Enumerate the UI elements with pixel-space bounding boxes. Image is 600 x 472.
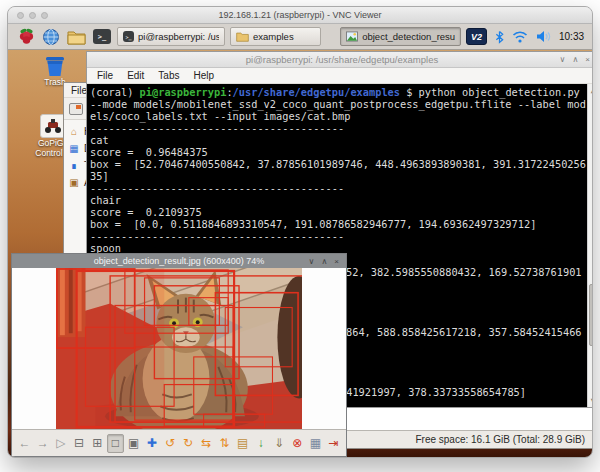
wifi-icon[interactable] xyxy=(512,30,528,43)
close-window-icon[interactable] xyxy=(17,12,24,19)
rotate-ccw-icon[interactable]: ↺ xyxy=(161,434,178,453)
terminal-line: 35] xyxy=(90,170,593,182)
maximize-window-icon[interactable]: ∧ xyxy=(321,257,327,266)
prompt-user: pi@raspberrypi xyxy=(140,86,227,98)
traffic-light-buttons xyxy=(17,12,48,19)
image-viewer-title: object_detection_result.jpg (600x400) 74… xyxy=(94,256,265,266)
close-window-icon[interactable]: × xyxy=(334,257,339,266)
preferences-icon[interactable]: ▦ xyxy=(307,434,324,453)
terminal-icon: >_ xyxy=(123,31,134,42)
image-viewer-toolbar: ←→▷⊟⊞□▣✚↺↻⇆⇅▤↓⇓⊗▦⇥ xyxy=(12,429,346,456)
shade-window-icon[interactable]: ∨ xyxy=(309,257,315,266)
terminal-line: ----------------------------------------… xyxy=(90,182,593,194)
menu-file[interactable]: File xyxy=(71,85,87,96)
terminal-prompt-line: (coral) pi@raspberrypi:/usr/share/edgetp… xyxy=(90,86,593,98)
prompt-path: /usr/share/edgetpu/examples xyxy=(233,86,400,98)
vnc-viewer-window: 192.168.1.21 (raspberrypi) - VNC Viewer xyxy=(7,6,593,458)
quit-icon[interactable]: ⇥ xyxy=(325,434,342,453)
next-image-icon[interactable]: → xyxy=(34,434,51,453)
terminal-line: box = [0.0, 0.5118846893310547, 191.0878… xyxy=(90,218,593,230)
vnc-server-icon[interactable]: V2 xyxy=(466,28,487,45)
zoom-window-icon[interactable] xyxy=(41,12,48,19)
browser-globe-icon[interactable] xyxy=(41,27,61,47)
terminal-line: score = 0.2109375 xyxy=(90,206,593,218)
zoom-out-icon[interactable]: ⊟ xyxy=(71,434,88,453)
shade-window-icon[interactable]: ∨ xyxy=(560,55,566,64)
taskbar-button-label: object_detection_resu... xyxy=(362,31,455,42)
minimize-window-icon[interactable] xyxy=(29,12,36,19)
raspberry-menu-icon[interactable] xyxy=(16,27,36,47)
image-file-icon xyxy=(346,31,358,42)
fullscreen-icon[interactable]: ✚ xyxy=(143,434,160,453)
open-file-icon[interactable]: ▤ xyxy=(234,434,251,453)
volume-icon[interactable] xyxy=(536,30,551,43)
terminal-line: box = [52.70467400550842, 37.87856101989… xyxy=(90,158,593,170)
terminal-scrollbar[interactable]: ▲ ▼ xyxy=(587,84,593,407)
taskbar: >_ >_ pi@raspberrypi: /usr/... examples … xyxy=(8,24,592,50)
prompt-command: python object_detection.py xyxy=(419,86,580,98)
new-tab-icon[interactable] xyxy=(69,103,83,115)
terminal-launcher-icon[interactable]: >_ xyxy=(92,27,112,47)
original-size-icon[interactable]: ▣ xyxy=(125,434,142,453)
terminal-line: chair xyxy=(90,194,593,206)
scroll-down-icon[interactable]: ▼ xyxy=(588,394,593,406)
play-slideshow-icon[interactable]: ▷ xyxy=(52,434,69,453)
taskbar-button-label: examples xyxy=(253,31,294,42)
flip-vertical-icon[interactable]: ⇅ xyxy=(216,434,233,453)
terminal-line: els/coco_labels.txt --input images/cat.b… xyxy=(90,110,593,122)
fit-to-window-icon[interactable]: □ xyxy=(107,434,124,453)
menu-edit[interactable]: Edit xyxy=(120,70,151,81)
vnc-window-title: 192.168.1.21 (raspberrypi) - VNC Viewer xyxy=(219,10,382,20)
terminal-line: ----------------------------------------… xyxy=(90,230,593,242)
desktop: Trash GoPiGo Control P File xyxy=(8,50,592,458)
system-tray: V2 10:33 xyxy=(466,28,584,45)
terminal-line-fragment: 52, 382.5985550880432, 169.52738761901 xyxy=(346,266,582,278)
terminal-titlebar[interactable]: pi@raspberrypi: /usr/share/edgetpu/examp… xyxy=(87,52,593,68)
image-viewer-canvas xyxy=(12,268,346,429)
close-window-icon[interactable]: × xyxy=(585,55,590,64)
save-file-icon[interactable]: ↓ xyxy=(252,434,269,453)
bluetooth-icon[interactable] xyxy=(495,30,504,44)
detection-result-image xyxy=(56,268,302,429)
terminal-line: score = 0.96484375 xyxy=(90,146,593,158)
free-space-text: Free space: 16.1 GiB (Total: 28.9 GiB) xyxy=(415,434,585,445)
clock[interactable]: 10:33 xyxy=(559,31,584,42)
terminal-line: cat xyxy=(90,134,593,146)
terminal-line-fragment: 864, 588.858425617218, 357.58452415466 xyxy=(346,326,582,338)
terminal-line-fragment: 641921997, 378.33733558654785] xyxy=(340,386,526,398)
flip-horizontal-icon[interactable]: ⇆ xyxy=(198,434,215,453)
delete-file-icon[interactable]: ⊗ xyxy=(289,434,306,453)
save-as-icon[interactable]: ⇓ xyxy=(270,434,287,453)
image-viewer-window: object_detection_result.jpg (600x400) 74… xyxy=(11,253,347,457)
folder-icon xyxy=(236,31,249,42)
taskbar-button-terminal[interactable]: >_ pi@raspberrypi: /usr/... xyxy=(117,27,225,46)
terminal-window-title: pi@raspberrypi: /usr/share/edgetpu/examp… xyxy=(246,54,438,65)
terminal-line: ----------------------------------------… xyxy=(90,122,593,134)
menu-tabs[interactable]: Tabs xyxy=(151,70,186,81)
scrollbar-thumb[interactable] xyxy=(589,284,593,346)
terminal-menubar: FileEditTabsHelp xyxy=(87,68,593,84)
taskbar-button-label: pi@raspberrypi: /usr/... xyxy=(138,31,219,42)
taskbar-button-object-detection-result[interactable]: object_detection_resu... xyxy=(340,27,461,46)
file-manager-icon[interactable] xyxy=(67,27,87,47)
vnc-titlebar: 192.168.1.21 (raspberrypi) - VNC Viewer xyxy=(8,7,592,24)
menu-file[interactable]: File xyxy=(90,70,120,81)
trash-can-icon xyxy=(42,54,68,77)
rotate-cw-icon[interactable]: ↻ xyxy=(180,434,197,453)
zoom-in-icon[interactable]: ⊞ xyxy=(89,434,106,453)
menu-help[interactable]: Help xyxy=(186,70,221,81)
image-viewer-titlebar[interactable]: object_detection_result.jpg (600x400) 74… xyxy=(12,254,346,268)
prev-image-icon[interactable]: ← xyxy=(16,434,33,453)
taskbar-button-examples[interactable]: examples xyxy=(230,27,321,46)
scroll-up-icon[interactable]: ▲ xyxy=(588,85,593,97)
maximize-window-icon[interactable]: ∧ xyxy=(572,55,578,64)
terminal-line: --mode models/mobilenet_ssd_v2_coco_quan… xyxy=(90,98,593,110)
